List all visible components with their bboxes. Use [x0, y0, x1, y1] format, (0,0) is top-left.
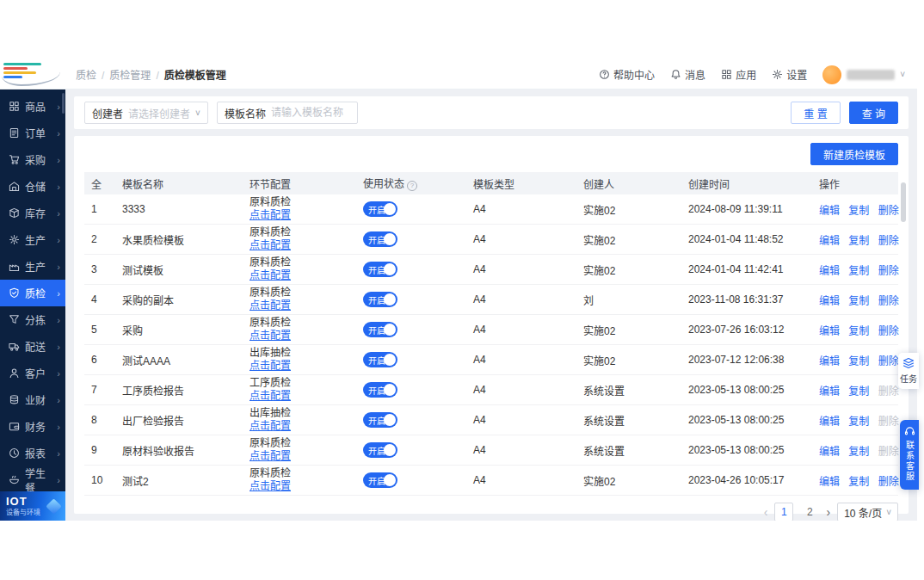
configure-link[interactable]: 点击配置 [249, 209, 291, 222]
sidebar-item-7[interactable]: 质检› [0, 280, 65, 306]
delete-link[interactable]: 删除 [878, 205, 899, 217]
reset-button[interactable]: 重 置 [791, 102, 840, 124]
copy-link[interactable]: 复制 [848, 325, 869, 337]
table-scrollbar-thumb[interactable] [901, 182, 906, 222]
sidebar-item-10[interactable]: 客户› [0, 360, 65, 386]
breadcrumb-item[interactable]: 质检 [76, 67, 109, 82]
sidebar-item-11[interactable]: 业财› [0, 386, 65, 413]
status-toggle[interactable]: 开启 [363, 322, 397, 337]
edit-link[interactable]: 编辑 [819, 355, 840, 367]
copy-link[interactable]: 复制 [848, 205, 869, 217]
edit-link[interactable]: 编辑 [819, 416, 840, 428]
page-button-1[interactable]: 1 [774, 503, 793, 521]
messages-button[interactable]: 消息 [670, 67, 705, 82]
edit-link[interactable]: 编辑 [819, 235, 840, 247]
edit-link[interactable]: 编辑 [819, 295, 840, 307]
configure-link[interactable]: 点击配置 [249, 239, 291, 252]
next-page-button[interactable]: › [826, 506, 830, 518]
prev-page-button[interactable]: ‹ [764, 506, 768, 518]
status-toggle[interactable]: 开启 [363, 472, 397, 488]
edit-link[interactable]: 编辑 [819, 476, 840, 488]
status-toggle[interactable]: 开启 [363, 412, 397, 428]
delete-link[interactable]: 删除 [878, 386, 899, 398]
sidebar-item-9[interactable]: 配送› [0, 333, 65, 360]
sidebar-item-12[interactable]: 财务› [0, 413, 65, 440]
edit-link[interactable]: 编辑 [819, 325, 840, 337]
contact-service-float-button[interactable]: 联系客服 [900, 420, 919, 490]
configure-link[interactable]: 点击配置 [249, 360, 291, 373]
copy-link[interactable]: 复制 [848, 235, 869, 247]
copy-link[interactable]: 复制 [848, 386, 869, 398]
col-select-all[interactable]: 全 [84, 172, 115, 194]
sidebar-item-8[interactable]: 分拣› [0, 306, 65, 333]
sidebar-item-0[interactable]: 商品› [0, 93, 65, 120]
edit-link[interactable]: 编辑 [819, 205, 840, 217]
template-name-input[interactable] [271, 107, 350, 119]
creator-select[interactable]: 创建者 请选择创建者 ˅ [84, 102, 208, 124]
copy-link[interactable]: 复制 [848, 355, 869, 367]
breadcrumb-item[interactable]: 质检管理 [109, 67, 163, 82]
sidebar-item-14[interactable]: 学生餐› [0, 466, 65, 491]
iot-footer[interactable]: IOT 设备与环境 [0, 491, 65, 521]
configure-link[interactable]: 点击配置 [249, 390, 291, 403]
delete-link[interactable]: 删除 [878, 416, 899, 428]
sidebar-item-13[interactable]: 报表› [0, 440, 65, 466]
copy-link[interactable]: 复制 [848, 446, 869, 458]
configure-link[interactable]: 点击配置 [249, 480, 291, 493]
delete-link[interactable]: 删除 [878, 295, 899, 307]
delete-link[interactable]: 删除 [878, 325, 899, 337]
production-gear-icon [9, 234, 20, 245]
configure-link[interactable]: 点击配置 [249, 269, 291, 282]
status-toggle[interactable]: 开启 [363, 442, 397, 458]
status-toggle[interactable]: 开启 [363, 382, 397, 398]
page-button-2[interactable]: 2 [800, 503, 819, 521]
template-name-field[interactable]: 模板名称 [217, 102, 358, 124]
sidebar-item-3[interactable]: 仓储› [0, 173, 65, 200]
apps-button[interactable]: 应用 [721, 67, 756, 82]
page-size-select[interactable]: 10 条/页 ˅ [837, 503, 898, 521]
sidebar-item-6[interactable]: 生产› [0, 253, 65, 280]
template-type-cell: A4 [466, 345, 576, 375]
search-button[interactable]: 查 询 [849, 102, 898, 124]
sidebar-scrollbar[interactable] [62, 93, 65, 114]
status-toggle[interactable]: 开启 [363, 262, 397, 277]
iot-subtitle: 设备与环境 [6, 507, 40, 516]
configure-link[interactable]: 点击配置 [249, 330, 291, 342]
copy-link[interactable]: 复制 [848, 295, 869, 307]
copy-link[interactable]: 复制 [848, 265, 869, 277]
pagination: ‹ 1 2 › 10 条/页 ˅ [84, 503, 898, 521]
toggle-on-label: 开启 [368, 354, 385, 367]
status-toggle[interactable]: 开启 [363, 352, 397, 367]
template-type-cell: A4 [466, 405, 576, 435]
delete-link[interactable]: 删除 [878, 235, 899, 247]
configure-link[interactable]: 点击配置 [249, 450, 291, 463]
sidebar-item-5[interactable]: 生产› [0, 226, 65, 253]
new-template-button[interactable]: 新建质检模板 [810, 143, 898, 165]
delete-link[interactable]: 删除 [878, 476, 899, 488]
delete-link[interactable]: 删除 [878, 446, 899, 458]
status-toggle[interactable]: 开启 [363, 201, 397, 217]
delete-link[interactable]: 删除 [878, 355, 899, 367]
sidebar-item-4[interactable]: 库存› [0, 200, 65, 226]
sidebar-item-1[interactable]: 订单› [0, 120, 65, 146]
copy-link[interactable]: 复制 [848, 476, 869, 488]
template-type-cell: A4 [466, 435, 576, 466]
configure-link[interactable]: 点击配置 [249, 299, 291, 312]
template-name-cell: 出厂检验报告 [115, 405, 243, 435]
delete-link[interactable]: 删除 [878, 265, 899, 277]
sidebar-item-2[interactable]: 采购› [0, 146, 65, 173]
tasks-float-button[interactable]: 任务 [898, 353, 919, 389]
copy-link[interactable]: 复制 [848, 416, 869, 428]
edit-link[interactable]: 编辑 [819, 386, 840, 398]
info-icon[interactable]: ? [407, 181, 417, 191]
settings-button[interactable]: 设置 [772, 67, 807, 82]
help-center-button[interactable]: 帮助中心 [599, 67, 655, 82]
operations-cell: 编辑 复制 删除 [812, 225, 898, 255]
status-toggle[interactable]: 开启 [363, 231, 397, 247]
user-menu[interactable]: ˅ [822, 65, 905, 84]
configure-link[interactable]: 点击配置 [249, 420, 291, 433]
status-toggle[interactable]: 开启 [363, 292, 397, 307]
finance-wallet-icon [9, 421, 20, 432]
edit-link[interactable]: 编辑 [819, 446, 840, 458]
edit-link[interactable]: 编辑 [819, 265, 840, 277]
